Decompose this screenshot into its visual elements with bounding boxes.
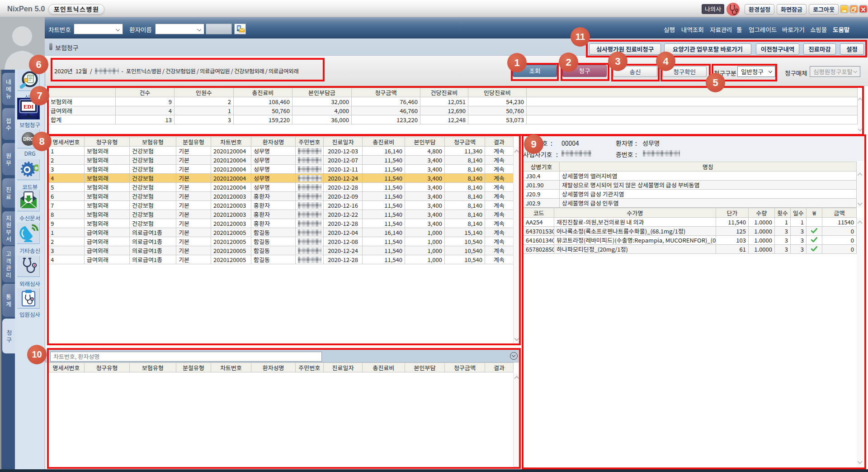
svg-text:EDI: EDI (24, 104, 33, 110)
